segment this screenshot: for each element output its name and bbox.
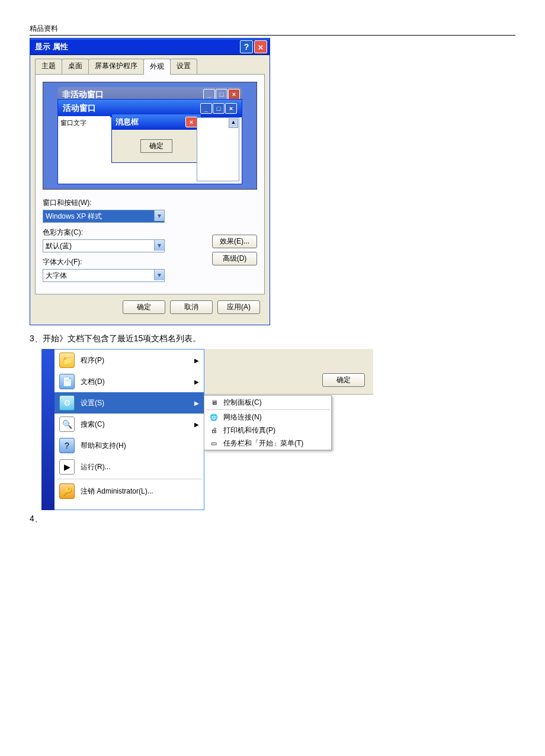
- submenu-control-panel[interactable]: 🖥 控制面板(C): [204, 396, 331, 409]
- color-scheme-combo[interactable]: 默认(蓝) ▾: [43, 239, 165, 252]
- windows-buttons-label: 窗口和按钮(W):: [43, 198, 257, 208]
- close-icon[interactable]: ×: [254, 40, 267, 53]
- submenu-taskbar[interactable]: ▭ 任务栏和「开始」菜单(T): [204, 437, 331, 450]
- close-icon: ×: [225, 103, 237, 114]
- chevron-down-icon: ▾: [154, 270, 164, 280]
- settings-submenu: 🖥 控制面板(C) 🌐 网络连接(N) 🖨 打印机和传真(P) ▭ 任务栏和「开…: [204, 395, 332, 450]
- menu-item-run[interactable]: ▶ 运行(R)...: [54, 456, 204, 478]
- taskbar-icon: ▭: [209, 438, 219, 448]
- preview-active-window: 活动窗口 _ □ × 窗口文字 消息框: [57, 99, 242, 184]
- section-3-text: 3、开始》文档下包含了最近15项文档名列表。: [30, 334, 545, 344]
- tab-appearance[interactable]: 外观: [143, 59, 171, 75]
- minimize-icon: _: [200, 103, 212, 114]
- display-properties-dialog: 显示 属性 ? × 主题 桌面 屏幕保护程序 外观 设置 非活动窗口 _: [30, 38, 270, 325]
- dialog-titlebar: 显示 属性 ? ×: [30, 39, 270, 55]
- maximize-icon: □: [213, 103, 225, 114]
- menu-item-logoff[interactable]: 🔑 注销 Administrator(L)...: [54, 480, 204, 502]
- apply-button[interactable]: 应用(A): [217, 300, 260, 314]
- tab-screensaver[interactable]: 屏幕保护程序: [88, 59, 144, 75]
- xp-banner-strip: [41, 349, 54, 510]
- page-header: 精品资料: [30, 24, 515, 36]
- chevron-down-icon: ▾: [154, 240, 164, 251]
- control-panel-icon: 🖥: [209, 398, 219, 407]
- maximize-icon: □: [216, 89, 227, 100]
- help-icon: ?: [59, 438, 75, 453]
- logoff-icon: 🔑: [59, 483, 75, 499]
- tab-strip: 主题 桌面 屏幕保护程序 外观 设置: [35, 59, 265, 75]
- menu-item-settings[interactable]: ⚙ 设置(S)▶: [54, 392, 204, 414]
- tab-desktop[interactable]: 桌面: [62, 59, 89, 75]
- ok-button[interactable]: 确定: [123, 300, 165, 314]
- preview-message-box: 消息框 × 确定: [111, 114, 201, 163]
- section-4-text: 4、: [30, 514, 545, 524]
- start-menu-screenshot: 确定 15 项文档 📁 程序(P)▶ 📄 文档(D)▶ ⚙ 设置(S)▶ 🔍 搜…: [41, 349, 373, 510]
- programs-icon: 📁: [59, 353, 75, 368]
- preview-window-text: 窗口文字: [58, 116, 110, 184]
- background-ok-button[interactable]: 确定: [322, 373, 365, 387]
- run-icon: ▶: [59, 459, 75, 475]
- cancel-button[interactable]: 取消: [170, 300, 213, 314]
- start-menu: 📁 程序(P)▶ 📄 文档(D)▶ ⚙ 设置(S)▶ 🔍 搜索(C)▶ ? 帮助…: [54, 349, 204, 510]
- tab-settings[interactable]: 设置: [170, 59, 197, 75]
- close-icon: ×: [228, 89, 240, 100]
- submenu-network[interactable]: 🌐 网络连接(N): [204, 411, 331, 424]
- documents-icon: 📄: [59, 374, 75, 389]
- close-icon: ×: [185, 117, 197, 127]
- appearance-preview: 非活动窗口 _ □ × 活动窗口 _ □: [43, 82, 257, 190]
- dialog-title: 显示 属性: [35, 41, 68, 52]
- settings-icon: ⚙: [59, 395, 75, 411]
- effects-button[interactable]: 效果(E)...: [212, 235, 257, 248]
- help-icon[interactable]: ?: [240, 40, 253, 53]
- chevron-down-icon: ▾: [154, 210, 164, 221]
- windows-buttons-combo[interactable]: Windows XP 样式 ▾: [43, 210, 165, 223]
- menu-item-help[interactable]: ? 帮助和支持(H): [54, 435, 204, 456]
- tab-theme[interactable]: 主题: [35, 59, 62, 75]
- font-size-combo[interactable]: 大字体 ▾: [43, 269, 165, 282]
- search-icon: 🔍: [59, 417, 75, 432]
- msgbox-ok-button: 确定: [140, 139, 172, 153]
- background-dialog-area: 确定: [204, 349, 373, 395]
- submenu-printers[interactable]: 🖨 打印机和传真(P): [204, 424, 331, 437]
- tab-panel-appearance: 非活动窗口 _ □ × 活动窗口 _ □: [35, 74, 265, 294]
- menu-item-search[interactable]: 🔍 搜索(C)▶: [54, 414, 204, 435]
- preview-text-area: ▲: [197, 117, 239, 181]
- scroll-up-icon: ▲: [229, 118, 238, 128]
- advanced-button[interactable]: 高级(D): [212, 252, 257, 265]
- minimize-icon: _: [203, 89, 215, 100]
- menu-item-documents[interactable]: 📄 文档(D)▶: [54, 371, 204, 392]
- printer-icon: 🖨: [209, 425, 219, 435]
- menu-item-programs[interactable]: 📁 程序(P)▶: [54, 350, 204, 371]
- network-icon: 🌐: [209, 412, 219, 422]
